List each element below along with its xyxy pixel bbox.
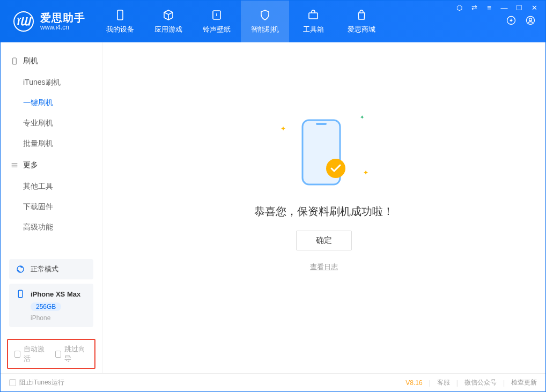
list-icon: [10, 161, 19, 169]
svg-rect-10: [316, 123, 327, 125]
svg-rect-6: [13, 58, 17, 64]
sidebar-item-pro-flash[interactable]: 专业刷机: [1, 113, 102, 134]
device-row[interactable]: iPhone XS Max 256GB iPhone: [9, 284, 93, 327]
success-illustration: ✦ ✦ ✦: [289, 112, 359, 193]
close-button[interactable]: ✕: [529, 4, 539, 12]
confirm-button[interactable]: 确定: [296, 231, 352, 250]
checkbox-label: 阻止iTunes运行: [19, 378, 64, 387]
sparkle-icon: ✦: [363, 169, 368, 176]
sidebar-options: 自动激活 跳过向导: [7, 339, 95, 369]
checkbox-icon: [9, 379, 16, 386]
nav-label: 爱思商城: [348, 25, 375, 34]
version-label: V8.16: [405, 379, 422, 387]
nav-label: 应用游戏: [154, 25, 182, 34]
sidebar-item-advanced[interactable]: 高级功能: [1, 217, 102, 238]
checkbox-auto-activate[interactable]: 自动激活: [14, 344, 48, 364]
sparkle-icon: ✦: [360, 114, 364, 120]
shirt-icon[interactable]: ⬡: [454, 4, 464, 12]
user-icon[interactable]: [525, 15, 536, 28]
toolbox-icon: [307, 9, 320, 21]
svg-rect-0: [117, 10, 123, 20]
sidebar-section-flash: 刷机: [1, 52, 102, 70]
status-bar: 阻止iTunes运行 V8.16 | 客服 | 微信公众号 | 检查更新: [1, 373, 545, 391]
checkbox-icon: [55, 351, 61, 358]
mode-label: 正常模式: [31, 264, 58, 274]
app-title: 爱思助手: [40, 12, 85, 24]
music-icon: [210, 9, 223, 21]
titlebar-controls: ⬡ ⇄ ≡ — ☐ ✕: [454, 4, 539, 12]
section-title: 更多: [23, 160, 38, 170]
support-link[interactable]: 客服: [437, 378, 450, 387]
app-subtitle: www.i4.cn: [40, 24, 85, 32]
sync-icon: [16, 264, 25, 274]
sidebar: 刷机 iTunes刷机 一键刷机 专业刷机 批量刷机 更多 其他工具 下载固件 …: [1, 42, 102, 373]
checkbox-skip-guide[interactable]: 跳过向导: [55, 344, 88, 364]
success-message: 恭喜您，保资料刷机成功啦！: [254, 204, 394, 219]
device-icon: [114, 9, 127, 21]
checkbox-label: 跳过向导: [64, 344, 88, 364]
download-icon[interactable]: [506, 15, 517, 28]
nav-ringtones-wallpapers[interactable]: 铃声壁纸: [193, 1, 241, 42]
app-window: ⬡ ⇄ ≡ — ☐ ✕ ïƜ 爱思助手 www.i4.cn 我的设备 应用游戏: [0, 0, 546, 392]
section-title: 刷机: [23, 56, 38, 66]
nav-smart-flash[interactable]: 智能刷机: [241, 1, 289, 42]
more-list: 其他工具 下载固件 高级功能: [1, 174, 102, 240]
main-nav: 我的设备 应用游戏 铃声壁纸 智能刷机 工具箱 爱思商城: [96, 1, 386, 42]
shield-icon: [259, 9, 271, 21]
nav-my-device[interactable]: 我的设备: [96, 1, 144, 42]
sidebar-item-oneclick-flash[interactable]: 一键刷机: [1, 93, 102, 113]
flash-list: iTunes刷机 一键刷机 专业刷机 批量刷机: [1, 70, 102, 156]
svg-point-5: [529, 18, 532, 21]
sidebar-section-more: 更多: [1, 156, 102, 174]
nav-label: 铃声壁纸: [203, 25, 231, 34]
nav-apps-games[interactable]: 应用游戏: [144, 1, 193, 42]
device-block: 正常模式 iPhone XS Max 256GB iPhone: [1, 253, 102, 339]
phone-icon: [16, 289, 25, 299]
nav-store[interactable]: 爱思商城: [337, 1, 386, 42]
sidebar-item-other-tools[interactable]: 其他工具: [1, 176, 102, 197]
nav-label: 工具箱: [303, 25, 324, 34]
svg-rect-2: [309, 13, 318, 19]
device-type: iPhone: [31, 314, 50, 322]
phone-outline-icon: [10, 57, 19, 65]
nav-toolbox[interactable]: 工具箱: [289, 1, 337, 42]
nav-label: 我的设备: [106, 25, 134, 34]
mode-row[interactable]: 正常模式: [9, 259, 93, 279]
device-name: iPhone XS Max: [31, 290, 80, 298]
bag-icon: [355, 9, 368, 21]
sidebar-item-download-firmware[interactable]: 下载固件: [1, 197, 102, 217]
checkbox-label: 自动激活: [24, 344, 47, 364]
logo-block: ïƜ 爱思助手 www.i4.cn: [1, 1, 96, 42]
logo-icon: ïƜ: [13, 11, 34, 32]
checkbox-icon: [14, 351, 20, 358]
minimize-button[interactable]: —: [499, 4, 509, 12]
menu-icon[interactable]: ≡: [484, 4, 494, 12]
main-panel: ✦ ✦ ✦ 恭喜您，保资料刷机成功啦！ 确定 查看日志: [102, 42, 545, 373]
app-body: 刷机 iTunes刷机 一键刷机 专业刷机 批量刷机 更多 其他工具 下载固件 …: [1, 42, 545, 373]
wechat-link[interactable]: 微信公众号: [464, 378, 497, 387]
svg-rect-8: [18, 290, 23, 298]
sidebar-item-batch-flash[interactable]: 批量刷机: [1, 134, 102, 154]
checkbox-prevent-itunes[interactable]: 阻止iTunes运行: [9, 378, 64, 387]
sidebar-item-itunes-flash[interactable]: iTunes刷机: [1, 72, 102, 93]
app-header: ⬡ ⇄ ≡ — ☐ ✕ ïƜ 爱思助手 www.i4.cn 我的设备 应用游戏: [1, 1, 545, 42]
view-log-link[interactable]: 查看日志: [310, 262, 338, 272]
cube-icon: [162, 9, 175, 21]
maximize-button[interactable]: ☐: [514, 4, 524, 12]
sparkle-icon: ✦: [281, 125, 286, 132]
nav-label: 智能刷机: [251, 25, 279, 34]
exchange-icon[interactable]: ⇄: [469, 4, 479, 12]
check-update-link[interactable]: 检查更新: [511, 378, 537, 387]
device-storage: 256GB: [31, 302, 61, 311]
footer-right: V8.16 | 客服 | 微信公众号 | 检查更新: [405, 378, 537, 387]
